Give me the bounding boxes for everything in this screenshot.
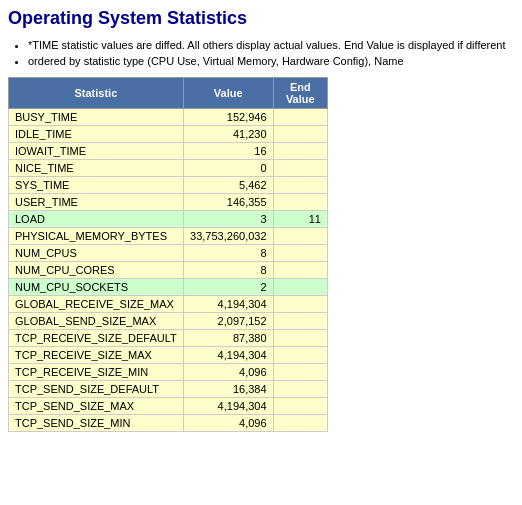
stat-endvalue-cell — [273, 177, 327, 194]
table-row: PHYSICAL_MEMORY_BYTES33,753,260,032 — [9, 228, 328, 245]
note-item-1: *TIME statistic values are diffed. All o… — [28, 39, 514, 51]
stat-endvalue-cell — [273, 143, 327, 160]
stat-value-cell: 4,096 — [183, 415, 273, 432]
stat-value-cell: 152,946 — [183, 109, 273, 126]
col-header-value: Value — [183, 78, 273, 109]
stat-name-cell: SYS_TIME — [9, 177, 184, 194]
stat-name-cell: GLOBAL_RECEIVE_SIZE_MAX — [9, 296, 184, 313]
stat-endvalue-cell — [273, 194, 327, 211]
stat-value-cell: 4,096 — [183, 364, 273, 381]
stat-value-cell: 8 — [183, 245, 273, 262]
stat-endvalue-cell — [273, 126, 327, 143]
stat-endvalue-cell — [273, 279, 327, 296]
table-row: BUSY_TIME152,946 — [9, 109, 328, 126]
col-header-endvalue: End Value — [273, 78, 327, 109]
table-row: NUM_CPUS8 — [9, 245, 328, 262]
table-row: SYS_TIME5,462 — [9, 177, 328, 194]
stat-endvalue-cell — [273, 364, 327, 381]
stat-endvalue-cell — [273, 245, 327, 262]
stat-name-cell: LOAD — [9, 211, 184, 228]
stat-value-cell: 87,380 — [183, 330, 273, 347]
stat-name-cell: NUM_CPUS — [9, 245, 184, 262]
stat-value-cell: 16,384 — [183, 381, 273, 398]
stat-endvalue-cell — [273, 415, 327, 432]
stat-endvalue-cell — [273, 398, 327, 415]
table-row: NUM_CPU_CORES8 — [9, 262, 328, 279]
stat-name-cell: TCP_RECEIVE_SIZE_MIN — [9, 364, 184, 381]
stat-name-cell: USER_TIME — [9, 194, 184, 211]
table-row: TCP_RECEIVE_SIZE_DEFAULT87,380 — [9, 330, 328, 347]
stat-endvalue-cell — [273, 109, 327, 126]
statistics-table: Statistic Value End Value BUSY_TIME152,9… — [8, 77, 328, 432]
stat-name-cell: NICE_TIME — [9, 160, 184, 177]
stat-name-cell: BUSY_TIME — [9, 109, 184, 126]
table-row: LOAD311 — [9, 211, 328, 228]
stat-endvalue-cell — [273, 160, 327, 177]
stat-name-cell: NUM_CPU_SOCKETS — [9, 279, 184, 296]
stat-value-cell: 0 — [183, 160, 273, 177]
stat-value-cell: 41,230 — [183, 126, 273, 143]
stat-name-cell: GLOBAL_SEND_SIZE_MAX — [9, 313, 184, 330]
stat-value-cell: 4,194,304 — [183, 296, 273, 313]
stat-name-cell: PHYSICAL_MEMORY_BYTES — [9, 228, 184, 245]
stat-endvalue-cell — [273, 228, 327, 245]
stat-endvalue-cell — [273, 313, 327, 330]
stat-value-cell: 33,753,260,032 — [183, 228, 273, 245]
table-row: NICE_TIME0 — [9, 160, 328, 177]
table-row: GLOBAL_SEND_SIZE_MAX2,097,152 — [9, 313, 328, 330]
stat-value-cell: 4,194,304 — [183, 398, 273, 415]
stat-name-cell: TCP_SEND_SIZE_DEFAULT — [9, 381, 184, 398]
table-row: TCP_RECEIVE_SIZE_MIN4,096 — [9, 364, 328, 381]
col-header-statistic: Statistic — [9, 78, 184, 109]
table-row: TCP_SEND_SIZE_MAX4,194,304 — [9, 398, 328, 415]
stat-value-cell: 3 — [183, 211, 273, 228]
stat-name-cell: NUM_CPU_CORES — [9, 262, 184, 279]
table-row: NUM_CPU_SOCKETS2 — [9, 279, 328, 296]
stat-value-cell: 2 — [183, 279, 273, 296]
stat-endvalue-cell — [273, 347, 327, 364]
table-row: IOWAIT_TIME16 — [9, 143, 328, 160]
stat-value-cell: 8 — [183, 262, 273, 279]
stat-value-cell: 4,194,304 — [183, 347, 273, 364]
stat-endvalue-cell — [273, 330, 327, 347]
table-row: TCP_SEND_SIZE_MIN4,096 — [9, 415, 328, 432]
stat-endvalue-cell — [273, 262, 327, 279]
stat-name-cell: IOWAIT_TIME — [9, 143, 184, 160]
table-row: TCP_RECEIVE_SIZE_MAX4,194,304 — [9, 347, 328, 364]
stat-value-cell: 5,462 — [183, 177, 273, 194]
table-row: TCP_SEND_SIZE_DEFAULT16,384 — [9, 381, 328, 398]
stat-name-cell: TCP_RECEIVE_SIZE_MAX — [9, 347, 184, 364]
stat-endvalue-cell: 11 — [273, 211, 327, 228]
notes-list: *TIME statistic values are diffed. All o… — [8, 39, 514, 67]
stat-endvalue-cell — [273, 296, 327, 313]
table-row: IDLE_TIME41,230 — [9, 126, 328, 143]
stat-name-cell: TCP_SEND_SIZE_MAX — [9, 398, 184, 415]
stat-value-cell: 146,355 — [183, 194, 273, 211]
page-title: Operating System Statistics — [8, 8, 514, 29]
stat-name-cell: IDLE_TIME — [9, 126, 184, 143]
stat-name-cell: TCP_SEND_SIZE_MIN — [9, 415, 184, 432]
table-row: USER_TIME146,355 — [9, 194, 328, 211]
table-row: GLOBAL_RECEIVE_SIZE_MAX4,194,304 — [9, 296, 328, 313]
stat-endvalue-cell — [273, 381, 327, 398]
note-item-2: ordered by statistic type (CPU Use, Virt… — [28, 55, 514, 67]
stat-value-cell: 2,097,152 — [183, 313, 273, 330]
stat-value-cell: 16 — [183, 143, 273, 160]
stat-name-cell: TCP_RECEIVE_SIZE_DEFAULT — [9, 330, 184, 347]
